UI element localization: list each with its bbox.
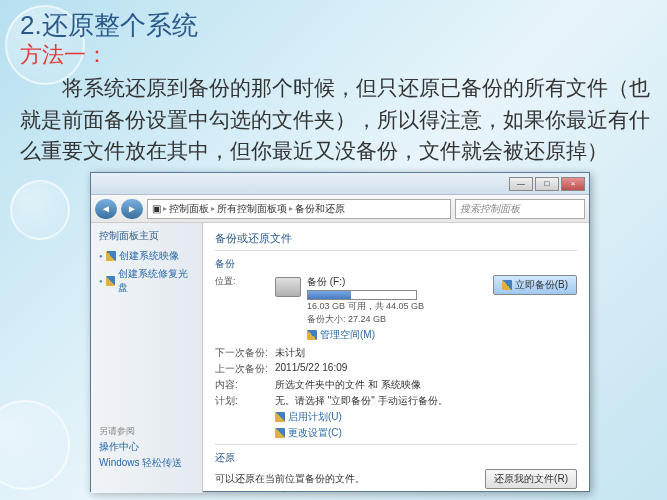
restore-all-link[interactable]: 还原所有用户的文件(A)	[228, 491, 331, 493]
location-value: 备份 (F:)	[307, 275, 487, 289]
size-value: 27.24 GB	[348, 314, 386, 324]
restore-files-button[interactable]: 还原我的文件(R)	[485, 469, 577, 489]
forward-button[interactable]: ►	[121, 199, 143, 219]
shield-icon	[275, 412, 285, 422]
close-button[interactable]: ×	[561, 177, 585, 191]
titlebar: — □ ×	[91, 173, 589, 195]
bc-item[interactable]: 所有控制面板项	[217, 202, 287, 216]
sidebar-create-disc[interactable]: 创建系统修复光盘	[99, 267, 194, 295]
main-panel: 备份或还原文件 备份 位置: 备份 (F:) 16.03 GB 可用，共 44.…	[203, 223, 589, 493]
drive-icon	[275, 277, 301, 297]
restore-text: 可以还原在当前位置备份的文件。	[215, 472, 365, 486]
restore-section-label: 还原	[215, 451, 577, 465]
breadcrumb[interactable]: ▣ ▸ 控制面板 ▸ 所有控制面板项 ▸ 备份和还原	[147, 199, 451, 219]
bc-item[interactable]: 控制面板	[169, 202, 209, 216]
breadcrumb-icon: ▣	[152, 203, 161, 214]
address-bar: ◄ ► ▣ ▸ 控制面板 ▸ 所有控制面板项 ▸ 备份和还原 搜索控制面板	[91, 195, 589, 223]
enable-schedule-link[interactable]: 启用计划(U)	[288, 410, 342, 424]
content-value: 所选文件夹中的文件 和 系统映像	[275, 378, 577, 392]
shield-icon	[307, 330, 317, 340]
manage-space-link[interactable]: 管理空间(M)	[320, 328, 375, 342]
slide-method: 方法一：	[20, 40, 108, 70]
sidebar-create-image[interactable]: 创建系统映像	[99, 249, 194, 263]
sidebar-action-center[interactable]: 操作中心	[99, 440, 194, 454]
backup-now-button[interactable]: 立即备份(B)	[493, 275, 577, 295]
see-also-label: 另请参阅	[99, 425, 194, 438]
maximize-button[interactable]: □	[535, 177, 559, 191]
plan-value: 无。请选择 "立即备份" 手动运行备份。	[275, 394, 577, 408]
bc-item[interactable]: 备份和还原	[295, 202, 345, 216]
slide-text: 将系统还原到备份的那个时候，但只还原已备份的所有文件（也就是前面备份设置中勾选的…	[20, 72, 652, 167]
backup-section-label: 备份	[215, 257, 577, 271]
space-bar	[307, 290, 417, 300]
back-button[interactable]: ◄	[95, 199, 117, 219]
search-input[interactable]: 搜索控制面板	[455, 199, 585, 219]
sidebar: 控制面板主页 创建系统映像 创建系统修复光盘 另请参阅 操作中心 Windows…	[91, 223, 203, 493]
page-title: 备份或还原文件	[215, 231, 577, 246]
content-label: 内容:	[215, 378, 275, 392]
backup-window: — □ × ◄ ► ▣ ▸ 控制面板 ▸ 所有控制面板项 ▸ 备份和还原 搜索控…	[90, 172, 590, 492]
minimize-button[interactable]: —	[509, 177, 533, 191]
shield-icon	[275, 428, 285, 438]
last-backup-value: 2011/5/22 16:09	[275, 362, 577, 376]
sidebar-home[interactable]: 控制面板主页	[99, 229, 194, 243]
last-backup-label: 上一次备份:	[215, 362, 275, 376]
shield-icon	[106, 251, 116, 261]
location-label: 位置:	[215, 275, 269, 288]
change-settings-link[interactable]: 更改设置(C)	[288, 426, 342, 440]
next-backup-label: 下一次备份:	[215, 346, 275, 360]
space-text: 16.03 GB 可用，共 44.05 GB	[307, 300, 487, 313]
sidebar-easy-transfer[interactable]: Windows 轻松传送	[99, 456, 194, 470]
plan-label: 计划:	[215, 394, 275, 408]
shield-icon	[106, 276, 115, 286]
next-backup-value: 未计划	[275, 346, 577, 360]
slide-title: 2.还原整个系统	[20, 8, 198, 43]
shield-icon	[502, 280, 512, 290]
size-label: 备份大小:	[307, 314, 346, 324]
